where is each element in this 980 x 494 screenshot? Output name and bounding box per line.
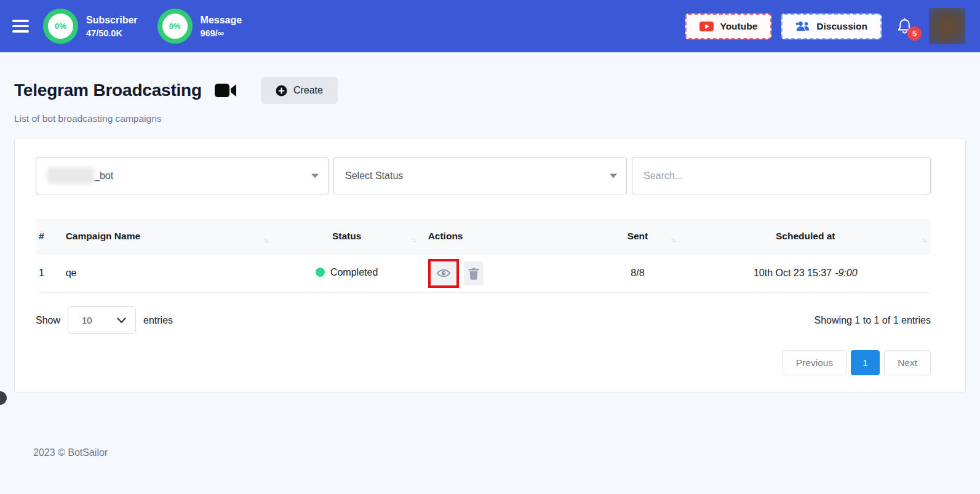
status-select[interactable]: Select Status bbox=[333, 157, 627, 194]
sort-icon[interactable] bbox=[411, 236, 416, 244]
action-highlight-box bbox=[428, 259, 459, 288]
next-page-button[interactable]: Next bbox=[884, 350, 931, 375]
row-actions-cell bbox=[421, 259, 596, 288]
view-campaign-button[interactable] bbox=[431, 261, 456, 285]
subscriber-percent: 0% bbox=[55, 22, 66, 31]
avatar-blurred-image bbox=[929, 8, 965, 44]
table-row: 1 qe Completed bbox=[36, 254, 931, 293]
create-button-label: Create bbox=[293, 85, 323, 96]
navbar-right: Youtube Discussion bbox=[685, 8, 965, 44]
bot-select-value: _bot bbox=[94, 170, 113, 181]
footer: 2023 © BotSailor bbox=[33, 447, 966, 458]
search-input[interactable] bbox=[632, 157, 930, 194]
column-header-status[interactable]: Status bbox=[273, 231, 421, 242]
showing-entries-text: Showing 1 to 1 of 1 entries bbox=[815, 315, 931, 326]
discussion-button[interactable]: Discussion bbox=[781, 14, 882, 39]
create-button[interactable]: Create bbox=[261, 77, 338, 104]
discussion-button-label: Discussion bbox=[816, 21, 867, 32]
page-title: Telegram Broadcasting bbox=[14, 81, 202, 100]
previous-page-button[interactable]: Previous bbox=[783, 350, 847, 375]
bot-select[interactable]: _bot bbox=[36, 157, 329, 194]
entries-per-page-select[interactable]: 10 bbox=[68, 306, 136, 334]
column-header-sent[interactable]: Sent bbox=[595, 231, 680, 242]
subscriber-stat: 0% Subscriber 47/50.0K bbox=[43, 9, 138, 44]
scheduled-timezone: -9:00 bbox=[835, 268, 857, 278]
page-subtitle: List of bot broadcasting campaigns bbox=[14, 113, 966, 124]
column-header-index: # bbox=[36, 231, 63, 242]
users-icon bbox=[795, 21, 810, 31]
scheduled-date: 10th Oct 23 15:37 bbox=[754, 268, 832, 278]
campaigns-card: _bot Select Status # Campaign Name bbox=[14, 138, 966, 393]
youtube-icon bbox=[699, 22, 714, 31]
sort-icon[interactable] bbox=[921, 236, 926, 244]
filters-row: _bot Select Status bbox=[36, 157, 931, 194]
app-root: 0% Subscriber 47/50.0K 0% Message 969/∞ bbox=[0, 0, 980, 494]
subscriber-label: Subscriber bbox=[86, 15, 138, 26]
column-header-scheduled-at[interactable]: Scheduled at bbox=[680, 231, 931, 242]
subscriber-progress-ring: 0% bbox=[43, 9, 78, 44]
status-dot-icon bbox=[316, 268, 325, 277]
avatar[interactable] bbox=[929, 8, 965, 44]
pagination: Previous 1 Next bbox=[36, 350, 931, 375]
search-field bbox=[632, 157, 931, 194]
sort-icon[interactable] bbox=[671, 236, 675, 244]
caret-down-icon bbox=[311, 173, 319, 178]
sort-icon[interactable] bbox=[263, 236, 268, 244]
message-progress-ring: 0% bbox=[157, 9, 193, 44]
message-stat-text: Message 969/∞ bbox=[201, 15, 242, 38]
show-entries-control: Show 10 entries bbox=[36, 306, 173, 334]
row-status-cell: Completed bbox=[273, 267, 421, 280]
trash-icon bbox=[468, 267, 479, 280]
redacted-bot-name bbox=[47, 167, 94, 184]
row-scheduled-at: 10th Oct 23 15:37-9:00 bbox=[680, 268, 931, 279]
campaigns-table: # Campaign Name Status Actions Sent bbox=[36, 219, 931, 293]
video-camera-icon[interactable] bbox=[214, 82, 237, 99]
row-campaign-name: qe bbox=[63, 268, 273, 279]
notification-badge: 5 bbox=[907, 26, 922, 41]
hamburger-menu-icon[interactable] bbox=[12, 17, 30, 36]
delete-campaign-button[interactable] bbox=[464, 261, 484, 285]
status-select-value: Select Status bbox=[345, 170, 403, 181]
message-stat: 0% Message 969/∞ bbox=[157, 9, 242, 44]
entries-label: entries bbox=[143, 315, 173, 326]
subscriber-value: 47/50.0K bbox=[86, 28, 138, 38]
message-label: Message bbox=[201, 15, 242, 26]
youtube-button[interactable]: Youtube bbox=[685, 14, 771, 39]
status-badge: Completed bbox=[330, 267, 378, 278]
eye-icon bbox=[436, 268, 451, 279]
row-sent: 8/8 bbox=[595, 268, 680, 279]
title-row: Telegram Broadcasting Create bbox=[14, 77, 966, 104]
message-percent: 0% bbox=[169, 22, 181, 31]
youtube-button-label: Youtube bbox=[720, 21, 757, 32]
show-label: Show bbox=[36, 315, 60, 326]
chevron-down-icon bbox=[117, 317, 126, 324]
subscriber-stat-text: Subscriber 47/50.0K bbox=[86, 15, 138, 38]
page-1-button[interactable]: 1 bbox=[851, 350, 880, 375]
caret-down-icon bbox=[610, 173, 617, 178]
message-value: 969/∞ bbox=[201, 28, 242, 38]
table-header-row: # Campaign Name Status Actions Sent bbox=[36, 219, 931, 254]
entries-per-page-value: 10 bbox=[82, 315, 92, 325]
column-header-campaign-name[interactable]: Campaign Name bbox=[63, 231, 273, 242]
table-controls: Show 10 entries Showing 1 to 1 of 1 entr… bbox=[36, 306, 931, 334]
row-index: 1 bbox=[36, 268, 63, 279]
notifications-button[interactable]: 5 bbox=[896, 17, 913, 36]
top-navbar: 0% Subscriber 47/50.0K 0% Message 969/∞ bbox=[0, 0, 980, 52]
main-content: Telegram Broadcasting Create List o bbox=[0, 52, 980, 458]
column-header-actions: Actions bbox=[421, 231, 596, 242]
navbar-left: 0% Subscriber 47/50.0K 0% Message 969/∞ bbox=[12, 9, 261, 44]
plus-circle-icon bbox=[276, 85, 287, 97]
copyright-text: 2023 © BotSailor bbox=[33, 447, 108, 458]
